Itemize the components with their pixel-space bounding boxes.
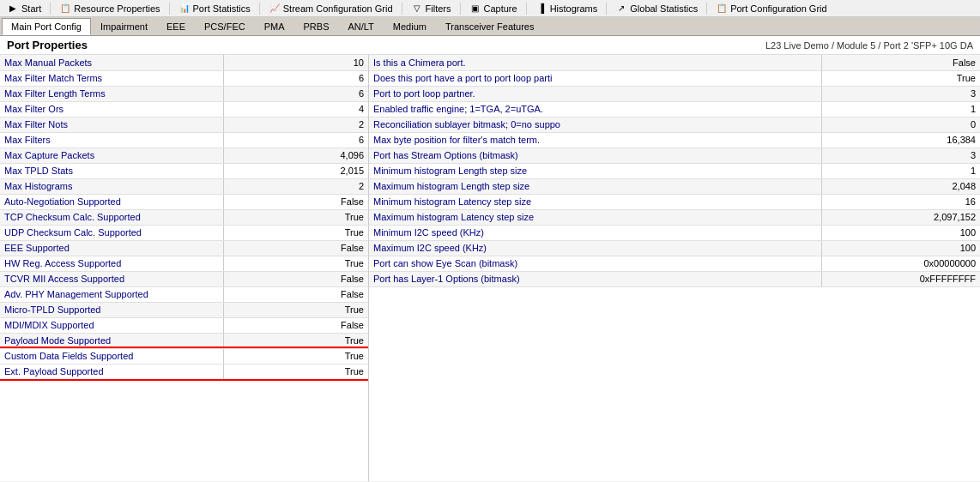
- table-row: Max Filter Ors4: [0, 101, 368, 117]
- tab-strip: Main Port Config Impairment EEE PCS/FEC …: [0, 17, 980, 36]
- menu-sep-2: [169, 3, 170, 15]
- menu-resource-label: Resource Properties: [74, 3, 160, 14]
- table-row: Minimum histogram Length step size1: [369, 163, 980, 178]
- histograms-icon: ▐: [535, 3, 547, 15]
- property-name: Max Filter Match Terms: [0, 70, 223, 86]
- menu-sep-7: [606, 3, 607, 15]
- stream-config-icon: 📈: [269, 3, 281, 15]
- table-row: Custom Data Fields SupportedTrue: [0, 348, 368, 364]
- property-value: True: [223, 256, 368, 271]
- property-value: 2: [223, 117, 368, 132]
- filters-icon: ▽: [411, 3, 423, 15]
- property-name: Enabled traffic engine; 1=TGA, 2=uTGA.: [369, 101, 821, 117]
- menu-port-stats-label: Port Statistics: [193, 3, 251, 14]
- tab-main-port-config[interactable]: Main Port Config: [2, 18, 91, 35]
- tab-eee[interactable]: EEE: [157, 18, 195, 35]
- property-value: 100: [821, 240, 980, 256]
- property-name: Maximum I2C speed (KHz): [369, 240, 821, 256]
- table-row: UDP Checksum Calc. SupportedTrue: [0, 225, 368, 240]
- property-value: True: [223, 225, 368, 240]
- property-name: Max byte position for filter's match ter…: [369, 132, 821, 148]
- property-value: 2: [223, 178, 368, 194]
- menu-global-statistics[interactable]: ↗ Global Statistics: [610, 0, 703, 16]
- property-value: 0xFFFFFFFF: [821, 271, 980, 286]
- tab-medium[interactable]: Medium: [384, 18, 436, 35]
- menu-resource-properties[interactable]: 📋 Resource Properties: [54, 0, 165, 16]
- resource-properties-icon: 📋: [59, 3, 71, 15]
- tab-impairment[interactable]: Impairment: [91, 18, 157, 35]
- menu-port-config-grid[interactable]: 📋 Port Configuration Grid: [711, 0, 832, 16]
- property-value: False: [223, 317, 368, 333]
- table-row: Payload Mode SupportedTrue: [0, 333, 368, 348]
- table-row: Max Filter Match Terms6: [0, 70, 368, 86]
- property-name: Is this a Chimera port.: [369, 55, 821, 70]
- property-name: Port has Layer-1 Options (bitmask): [369, 271, 821, 286]
- left-property-table: Max Manual Packets10Max Filter Match Ter…: [0, 55, 368, 380]
- property-name: Port to port loop partner.: [369, 86, 821, 101]
- tab-pma[interactable]: PMA: [255, 18, 294, 35]
- tab-pma-label: PMA: [264, 21, 285, 32]
- table-row: Is this a Chimera port.False: [369, 55, 980, 70]
- menu-histograms[interactable]: ▐ Histograms: [530, 0, 603, 16]
- property-value: 16,384: [821, 132, 980, 148]
- capture-icon: ▣: [469, 3, 481, 15]
- breadcrumb: L23 Live Demo / Module 5 / Port 2 'SFP+ …: [765, 40, 973, 51]
- property-name: Minimum histogram Latency step size: [369, 194, 821, 209]
- property-value: 6: [223, 70, 368, 86]
- menu-filters[interactable]: ▽ Filters: [406, 0, 457, 16]
- property-name: TCP Checksum Calc. Supported: [0, 209, 223, 225]
- property-name: Minimum histogram Length step size: [369, 163, 821, 178]
- menu-stream-config[interactable]: 📈 Stream Configuration Grid: [263, 0, 398, 16]
- tab-transceiver-features-label: Transceiver Features: [445, 21, 535, 32]
- property-value: 16: [821, 194, 980, 209]
- top-menu-bar: ▶ Start 📋 Resource Properties 📊 Port Sta…: [0, 0, 980, 17]
- property-name: MDI/MDIX Supported: [0, 317, 223, 333]
- property-name: Max Manual Packets: [0, 55, 223, 70]
- property-name: Adv. PHY Management Supported: [0, 286, 223, 302]
- menu-sep-8: [706, 3, 707, 15]
- menu-filters-label: Filters: [426, 3, 451, 14]
- right-property-table: Is this a Chimera port.FalseDoes this po…: [369, 55, 980, 287]
- table-row: Reconciliation sublayer bitmask; 0=no su…: [369, 117, 980, 132]
- table-row: Max Manual Packets10: [0, 55, 368, 70]
- table-row: Max Histograms2: [0, 178, 368, 194]
- property-value: True: [223, 333, 368, 348]
- page-header: Port Properties L23 Live Demo / Module 5…: [0, 36, 980, 55]
- menu-port-statistics[interactable]: 📊 Port Statistics: [173, 0, 256, 16]
- property-value: False: [223, 194, 368, 209]
- property-name: Custom Data Fields Supported: [0, 348, 223, 364]
- property-value: 1: [821, 163, 980, 178]
- tab-prbs[interactable]: PRBS: [294, 18, 339, 35]
- table-row: Port has Stream Options (bitmask)3: [369, 148, 980, 163]
- menu-capture-label: Capture: [484, 3, 517, 14]
- tab-prbs-label: PRBS: [304, 21, 330, 32]
- table-row: Max Filters6: [0, 132, 368, 148]
- start-icon: ▶: [7, 3, 19, 15]
- property-value: True: [223, 209, 368, 225]
- table-row: MDI/MDIX SupportedFalse: [0, 317, 368, 333]
- table-row: TCVR MII Access SupportedFalse: [0, 271, 368, 286]
- tab-an-lt[interactable]: AN/LT: [338, 18, 383, 35]
- property-value: 100: [821, 225, 980, 240]
- property-name: Does this port have a port to port loop …: [369, 70, 821, 86]
- property-name: Maximum histogram Latency step size: [369, 209, 821, 225]
- table-row: Minimum I2C speed (KHz)100: [369, 225, 980, 240]
- table-row: Does this port have a port to port loop …: [369, 70, 980, 86]
- property-value: True: [821, 70, 980, 86]
- table-row: Enabled traffic engine; 1=TGA, 2=uTGA.1: [369, 101, 980, 117]
- property-name: Max Histograms: [0, 178, 223, 194]
- property-value: False: [223, 240, 368, 256]
- port-statistics-icon: 📊: [178, 3, 191, 15]
- tab-transceiver-features[interactable]: Transceiver Features: [436, 18, 544, 35]
- menu-capture[interactable]: ▣ Capture: [464, 0, 523, 16]
- menu-sep-3: [259, 3, 260, 15]
- table-row: Max TPLD Stats2,015: [0, 163, 368, 178]
- property-name: Reconciliation sublayer bitmask; 0=no su…: [369, 117, 821, 132]
- property-value: False: [821, 55, 980, 70]
- tab-main-port-config-label: Main Port Config: [11, 21, 82, 32]
- property-value: True: [223, 364, 368, 379]
- property-value: False: [223, 286, 368, 302]
- tab-pcs-fec[interactable]: PCS/FEC: [195, 18, 255, 35]
- menu-start[interactable]: ▶ Start: [2, 0, 46, 16]
- property-name: Ext. Payload Supported: [0, 364, 223, 379]
